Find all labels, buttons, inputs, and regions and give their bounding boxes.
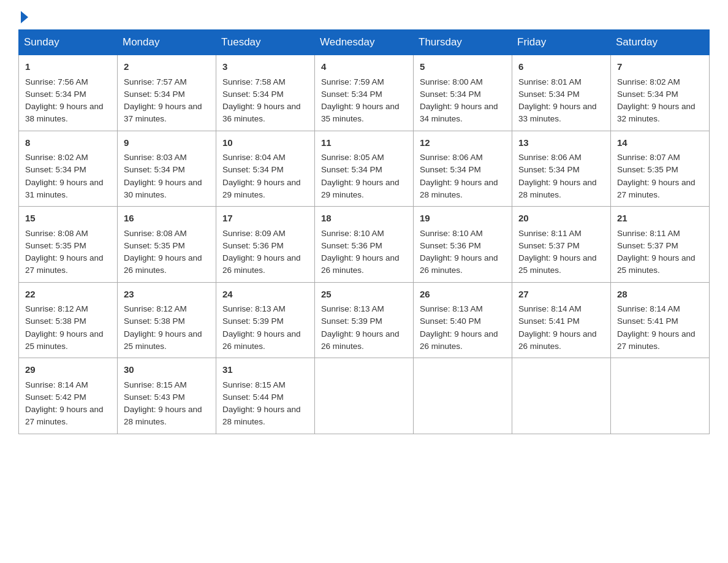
calendar-week-row: 22Sunrise: 8:12 AMSunset: 5:38 PMDayligh… (19, 282, 710, 358)
day-number: 17 (222, 212, 308, 226)
calendar-cell: 24Sunrise: 8:13 AMSunset: 5:39 PMDayligh… (216, 282, 315, 358)
calendar-header-row: SundayMondayTuesdayWednesdayThursdayFrid… (19, 30, 710, 55)
sunset-text: Sunset: 5:34 PM (617, 90, 678, 99)
daylight-text: Daylight: 9 hours and 28 minutes. (222, 405, 301, 426)
sunrise-text: Sunrise: 8:13 AM (321, 304, 384, 313)
calendar-cell: 7Sunrise: 8:02 AMSunset: 5:34 PMDaylight… (611, 55, 710, 131)
daylight-text: Daylight: 9 hours and 26 minutes. (321, 329, 400, 351)
day-number: 1 (25, 60, 111, 74)
page-header (18, 12, 710, 23)
sunset-text: Sunset: 5:39 PM (321, 316, 382, 326)
calendar-week-row: 15Sunrise: 8:08 AMSunset: 5:35 PMDayligh… (19, 207, 710, 283)
sunset-text: Sunset: 5:34 PM (124, 90, 185, 99)
daylight-text: Daylight: 9 hours and 37 minutes. (124, 102, 202, 123)
day-number: 10 (222, 136, 308, 150)
calendar-cell: 2Sunrise: 7:57 AMSunset: 5:34 PMDaylight… (118, 55, 216, 131)
daylight-text: Daylight: 9 hours and 26 minutes. (420, 329, 498, 351)
calendar-week-row: 1Sunrise: 7:56 AMSunset: 5:34 PMDaylight… (19, 55, 710, 131)
daylight-text: Daylight: 9 hours and 25 minutes. (617, 253, 696, 275)
calendar-cell: 5Sunrise: 8:00 AMSunset: 5:34 PMDaylight… (414, 55, 512, 131)
sunrise-text: Sunrise: 8:11 AM (617, 229, 680, 238)
day-number: 30 (124, 363, 210, 377)
calendar-cell: 12Sunrise: 8:06 AMSunset: 5:34 PMDayligh… (414, 131, 512, 207)
daylight-text: Daylight: 9 hours and 27 minutes. (617, 178, 696, 199)
daylight-text: Daylight: 9 hours and 25 minutes. (518, 253, 597, 275)
day-number: 28 (617, 288, 703, 302)
day-number: 4 (321, 60, 407, 74)
day-number: 21 (617, 212, 703, 226)
sunrise-text: Sunrise: 7:58 AM (222, 77, 286, 86)
sunset-text: Sunset: 5:34 PM (222, 165, 284, 174)
daylight-text: Daylight: 9 hours and 26 minutes. (124, 253, 202, 275)
calendar-cell: 28Sunrise: 8:14 AMSunset: 5:41 PMDayligh… (611, 282, 710, 358)
daylight-text: Daylight: 9 hours and 29 minutes. (321, 178, 400, 199)
sunrise-text: Sunrise: 8:15 AM (124, 380, 187, 389)
day-number: 5 (420, 60, 506, 74)
sunset-text: Sunset: 5:39 PM (222, 316, 284, 326)
sunset-text: Sunset: 5:34 PM (321, 90, 382, 99)
day-number: 24 (222, 288, 308, 302)
sunset-text: Sunset: 5:44 PM (222, 393, 284, 402)
daylight-text: Daylight: 9 hours and 27 minutes. (617, 329, 696, 351)
sunrise-text: Sunrise: 8:13 AM (420, 304, 483, 313)
sunset-text: Sunset: 5:35 PM (25, 241, 86, 250)
day-number: 16 (124, 212, 210, 226)
sunrise-text: Sunrise: 8:14 AM (25, 380, 88, 389)
sunset-text: Sunset: 5:34 PM (222, 90, 284, 99)
calendar-cell: 4Sunrise: 7:59 AMSunset: 5:34 PMDaylight… (315, 55, 414, 131)
calendar-cell: 30Sunrise: 8:15 AMSunset: 5:43 PMDayligh… (118, 358, 216, 434)
day-number: 19 (420, 212, 506, 226)
calendar-cell: 20Sunrise: 8:11 AMSunset: 5:37 PMDayligh… (512, 207, 611, 283)
sunrise-text: Sunrise: 8:01 AM (518, 77, 582, 86)
calendar-week-row: 29Sunrise: 8:14 AMSunset: 5:42 PMDayligh… (19, 358, 710, 434)
daylight-text: Daylight: 9 hours and 32 minutes. (617, 102, 696, 123)
daylight-text: Daylight: 9 hours and 35 minutes. (321, 102, 400, 123)
day-number: 9 (124, 136, 210, 150)
day-number: 31 (222, 363, 308, 377)
sunset-text: Sunset: 5:34 PM (518, 90, 580, 99)
day-number: 13 (518, 136, 604, 150)
sunset-text: Sunset: 5:36 PM (420, 241, 481, 250)
logo-triangle-icon (21, 11, 28, 23)
daylight-text: Daylight: 9 hours and 28 minutes. (420, 178, 498, 199)
daylight-text: Daylight: 9 hours and 25 minutes. (124, 329, 202, 351)
daylight-text: Daylight: 9 hours and 26 minutes. (518, 329, 597, 351)
calendar-cell (611, 358, 710, 434)
day-number: 25 (321, 288, 407, 302)
daylight-text: Daylight: 9 hours and 33 minutes. (518, 102, 597, 123)
calendar-day-header: Sunday (19, 30, 118, 55)
sunrise-text: Sunrise: 8:07 AM (617, 153, 680, 162)
daylight-text: Daylight: 9 hours and 26 minutes. (420, 253, 498, 275)
day-number: 29 (25, 363, 111, 377)
calendar-cell: 13Sunrise: 8:06 AMSunset: 5:34 PMDayligh… (512, 131, 611, 207)
calendar-day-header: Thursday (414, 30, 512, 55)
sunset-text: Sunset: 5:35 PM (124, 241, 185, 250)
sunset-text: Sunset: 5:43 PM (124, 393, 185, 402)
sunset-text: Sunset: 5:37 PM (617, 241, 678, 250)
sunrise-text: Sunrise: 7:59 AM (321, 77, 384, 86)
sunrise-text: Sunrise: 8:06 AM (518, 153, 582, 162)
calendar-day-header: Monday (118, 30, 216, 55)
day-number: 8 (25, 136, 111, 150)
calendar-cell: 10Sunrise: 8:04 AMSunset: 5:34 PMDayligh… (216, 131, 315, 207)
sunset-text: Sunset: 5:34 PM (321, 165, 382, 174)
day-number: 26 (420, 288, 506, 302)
sunset-text: Sunset: 5:42 PM (25, 393, 86, 402)
sunrise-text: Sunrise: 8:02 AM (617, 77, 680, 86)
sunrise-text: Sunrise: 8:04 AM (222, 153, 286, 162)
sunrise-text: Sunrise: 8:15 AM (222, 380, 286, 389)
daylight-text: Daylight: 9 hours and 34 minutes. (420, 102, 498, 123)
sunset-text: Sunset: 5:37 PM (518, 241, 580, 250)
calendar-day-header: Wednesday (315, 30, 414, 55)
day-number: 12 (420, 136, 506, 150)
sunrise-text: Sunrise: 8:10 AM (420, 229, 483, 238)
sunrise-text: Sunrise: 8:05 AM (321, 153, 384, 162)
sunrise-text: Sunrise: 8:02 AM (25, 153, 88, 162)
calendar-week-row: 8Sunrise: 8:02 AMSunset: 5:34 PMDaylight… (19, 131, 710, 207)
daylight-text: Daylight: 9 hours and 29 minutes. (222, 178, 301, 199)
daylight-text: Daylight: 9 hours and 30 minutes. (124, 178, 202, 199)
calendar-cell: 8Sunrise: 8:02 AMSunset: 5:34 PMDaylight… (19, 131, 118, 207)
sunrise-text: Sunrise: 8:10 AM (321, 229, 384, 238)
sunrise-text: Sunrise: 7:57 AM (124, 77, 187, 86)
sunrise-text: Sunrise: 8:14 AM (617, 304, 680, 313)
